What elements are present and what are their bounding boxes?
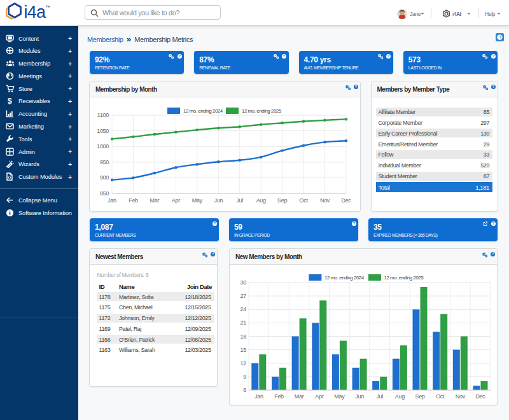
- svg-text:?: ?: [283, 54, 286, 58]
- svg-text:Apr: Apr: [172, 197, 180, 204]
- svg-text:24: 24: [241, 306, 247, 312]
- svg-text:900: 900: [100, 174, 109, 181]
- svg-text:850: 850: [100, 190, 109, 197]
- svg-text:?: ?: [492, 252, 494, 256]
- svg-text:Jul: Jul: [236, 197, 243, 204]
- svg-text:12 mo. ending 2025: 12 mo. ending 2025: [242, 108, 282, 114]
- svg-text:1000: 1000: [97, 143, 109, 150]
- svg-text:18: 18: [241, 333, 247, 340]
- svg-text:12: 12: [241, 360, 247, 367]
- svg-text:?: ?: [492, 85, 495, 88]
- svg-text:Mar: Mar: [295, 393, 304, 400]
- svg-text:?: ?: [179, 54, 181, 58]
- svg-text:Aug: Aug: [256, 197, 266, 204]
- svg-text:27: 27: [241, 293, 247, 299]
- svg-text:Aug: Aug: [395, 393, 405, 400]
- svg-text:30: 30: [241, 279, 247, 286]
- svg-text:May: May: [334, 393, 345, 400]
- svg-text:Feb: Feb: [129, 197, 138, 204]
- svg-text:$: $: [8, 97, 12, 105]
- svg-text:Feb: Feb: [274, 393, 284, 400]
- svg-text:Jul: Jul: [376, 393, 383, 400]
- svg-text:Dec: Dec: [475, 393, 485, 400]
- svg-text:?: ?: [492, 54, 494, 58]
- svg-text:Jun: Jun: [355, 393, 364, 400]
- svg-text:Sep: Sep: [277, 197, 287, 204]
- svg-text:12 mo. ending 2024: 12 mo. ending 2024: [324, 275, 365, 281]
- svg-text:Nov: Nov: [320, 197, 330, 204]
- svg-text:?: ?: [355, 85, 358, 88]
- svg-text:1100: 1100: [97, 112, 109, 118]
- svg-text:Oct: Oct: [436, 393, 445, 400]
- svg-text:15: 15: [241, 347, 247, 353]
- svg-text:i4a: i4a: [24, 3, 46, 22]
- svg-text:Sep: Sep: [415, 393, 424, 400]
- svg-text:Oct: Oct: [300, 197, 309, 204]
- svg-text:Mar: Mar: [150, 197, 160, 204]
- svg-text:?: ?: [387, 54, 390, 58]
- svg-text:9: 9: [243, 374, 246, 380]
- svg-text:?: ?: [352, 221, 355, 225]
- svg-text:12 mo. ending 2024: 12 mo. ending 2024: [183, 108, 223, 114]
- svg-text:1050: 1050: [97, 128, 109, 134]
- svg-text:™: ™: [45, 4, 50, 10]
- svg-text:?: ?: [213, 221, 216, 225]
- svg-text:Apr: Apr: [315, 393, 323, 400]
- svg-text:950: 950: [100, 159, 109, 165]
- svg-text:?: ?: [492, 221, 494, 225]
- svg-text:Jun: Jun: [214, 197, 223, 204]
- svg-text:May: May: [192, 197, 203, 204]
- svg-text:21: 21: [241, 319, 247, 326]
- svg-text:12 mo. ending 2025: 12 mo. ending 2025: [384, 275, 424, 281]
- svg-text:6: 6: [243, 387, 246, 393]
- svg-text:?: ?: [212, 252, 214, 256]
- svg-text:Jan: Jan: [108, 197, 116, 204]
- svg-text:Dec: Dec: [341, 197, 351, 204]
- svg-text:Nov: Nov: [456, 393, 466, 400]
- svg-text:Jan: Jan: [254, 393, 263, 400]
